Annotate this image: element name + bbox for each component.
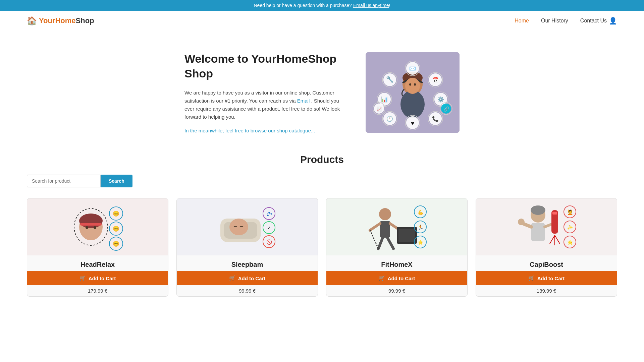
svg-point-53 [229, 219, 248, 235]
product-card: 💪 🏃 ⭐ FitHomeX 🛒 Add to Cart 99,99 € [326, 198, 468, 297]
svg-text:✉️: ✉️ [409, 65, 416, 72]
product-name: CapiBoost [476, 255, 617, 271]
user-icon: 👤 [609, 17, 617, 25]
svg-point-6 [414, 83, 416, 86]
nav-contact[interactable]: Contact Us 👤 [580, 17, 617, 25]
svg-text:🔗: 🔗 [443, 106, 449, 112]
product-card: 💆 ✨ ⭐ CapiBoost 🛒 Add to Cart 139,99 € [476, 198, 617, 297]
svg-point-42 [94, 226, 96, 229]
product-image: 💤 ✓ 🚫 [177, 198, 318, 255]
product-card: 😊 😊 😊 HeadRelax 🛒 Add to Cart 179,99 € [27, 198, 168, 297]
product-price: 179,99 € [27, 285, 168, 296]
svg-point-39 [79, 214, 103, 228]
svg-text:😊: 😊 [113, 226, 119, 232]
svg-text:🏃: 🏃 [418, 225, 424, 230]
cart-icon: 🛒 [79, 275, 86, 281]
hero-illustration: 🔧 ✉️ 📅 📊 ⚙️ 🕐 ♥ [366, 52, 460, 133]
cart-icon: 🛒 [229, 275, 235, 281]
svg-text:💆: 💆 [567, 209, 573, 215]
product-image: 💆 ✨ ⭐ [476, 198, 617, 255]
svg-text:💪: 💪 [418, 209, 424, 215]
logo: 🏠 YourHomeShop [27, 16, 94, 25]
svg-text:⚙️: ⚙️ [437, 96, 444, 103]
logo-your: YourHomeShop [39, 16, 94, 25]
svg-text:📈: 📈 [376, 106, 382, 112]
svg-text:📞: 📞 [432, 116, 439, 122]
cart-label: Add to Cart [238, 276, 266, 281]
hero-email-link[interactable]: Email [297, 98, 310, 104]
cart-label: Add to Cart [388, 276, 415, 281]
svg-rect-62 [380, 221, 390, 238]
hero-text: Welcome to YourHomeShop Shop We are happ… [184, 51, 345, 134]
svg-text:⭐: ⭐ [567, 240, 573, 245]
add-to-cart-button[interactable]: 🛒 Add to Cart [177, 271, 318, 285]
product-image: 😊 😊 😊 [27, 198, 168, 255]
cart-icon: 🛒 [379, 275, 385, 281]
svg-text:🚫: 🚫 [266, 239, 272, 245]
add-to-cart-button[interactable]: 🛒 Add to Cart [476, 271, 617, 285]
cart-label: Add to Cart [89, 276, 116, 281]
hero-body: We are happy to have you as a visitor in… [184, 89, 345, 121]
products-section: Products Search 😊 😊 😊 HeadRelax 🛒 Add to… [0, 147, 644, 317]
search-button[interactable]: Search [101, 175, 132, 187]
nav-home[interactable]: Home [515, 18, 529, 24]
svg-text:💤: 💤 [266, 211, 272, 217]
svg-point-80 [518, 219, 525, 225]
banner-suffix: ! [389, 3, 390, 8]
svg-text:😊: 😊 [113, 241, 119, 247]
svg-text:🕐: 🕐 [386, 116, 393, 122]
svg-text:⭐: ⭐ [418, 240, 424, 245]
svg-text:🔧: 🔧 [386, 76, 394, 83]
svg-point-61 [379, 208, 391, 220]
svg-point-77 [531, 205, 545, 215]
svg-text:✨: ✨ [567, 225, 573, 230]
search-bar: Search [27, 175, 617, 187]
svg-text:😊: 😊 [113, 210, 119, 217]
product-price: 99,99 € [326, 285, 467, 296]
cart-icon: 🛒 [528, 275, 535, 281]
contact-label: Contact Us [580, 18, 607, 24]
svg-text:♥: ♥ [411, 120, 414, 126]
product-price: 139,99 € [476, 285, 617, 296]
catalog-link[interactable]: In the meanwhile, feel free to browse ou… [184, 128, 315, 133]
add-to-cart-button[interactable]: 🛒 Add to Cart [27, 271, 168, 285]
svg-point-4 [405, 78, 420, 94]
search-input[interactable] [27, 175, 101, 187]
svg-point-41 [86, 226, 88, 229]
svg-rect-78 [531, 223, 545, 241]
product-image: 💪 🏃 ⭐ [326, 198, 467, 255]
nav-links: Home Our History Contact Us 👤 [515, 17, 617, 25]
cart-label: Add to Cart [537, 276, 565, 281]
add-to-cart-button[interactable]: 🛒 Add to Cart [326, 271, 467, 285]
svg-point-5 [409, 83, 411, 86]
hero-section: Welcome to YourHomeShop Shop We are happ… [0, 31, 644, 147]
svg-rect-40 [80, 223, 102, 226]
svg-rect-68 [398, 229, 415, 242]
product-grid: 😊 😊 😊 HeadRelax 🛒 Add to Cart 179,99 € 💤… [27, 198, 617, 297]
navbar: 🏠 YourHomeShop Home Our History Contact … [0, 11, 644, 31]
product-name: HeadRelax [27, 255, 168, 271]
product-card: 💤 ✓ 🚫 Sleepbam 🛒 Add to Cart 99,99 € [176, 198, 318, 297]
product-price: 99,99 € [177, 285, 318, 296]
products-title: Products [27, 154, 617, 165]
nav-history[interactable]: Our History [541, 18, 568, 24]
hero-title: Welcome to YourHomeShop Shop [184, 51, 345, 81]
top-banner: Need help or have a question with a purc… [0, 0, 644, 11]
product-name: FitHomeX [326, 255, 467, 271]
svg-point-3 [400, 90, 425, 118]
email-link[interactable]: Email us anytime [353, 3, 389, 8]
svg-text:✓: ✓ [267, 225, 271, 231]
svg-text:📊: 📊 [381, 96, 388, 103]
hero-image: 🔧 ✉️ 📅 📊 ⚙️ 🕐 ♥ [366, 52, 460, 133]
banner-text: Need help or have a question with a purc… [254, 3, 352, 8]
svg-rect-83 [552, 212, 557, 215]
home-icon: 🏠 [27, 16, 37, 25]
product-name: Sleepbam [177, 255, 318, 271]
svg-text:📅: 📅 [432, 77, 439, 83]
